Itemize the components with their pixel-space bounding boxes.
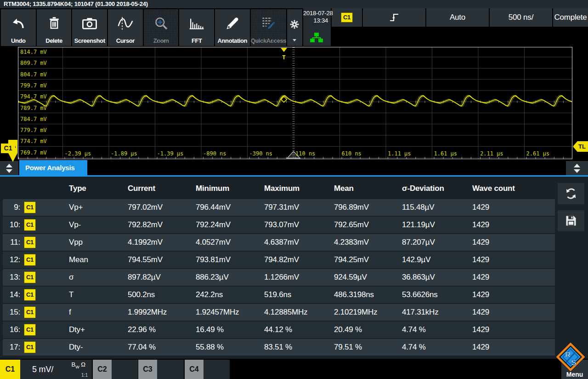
trigger-time-marker[interactable]: T xyxy=(280,48,288,60)
reset-statistics-button[interactable] xyxy=(558,183,584,204)
fft-label: FFT xyxy=(192,37,202,44)
cell-wave-count: 1429 xyxy=(472,252,489,268)
col-type: Type xyxy=(69,184,86,193)
cell-sigma-deviation: 36.863µV xyxy=(402,269,435,286)
quickaccess-button[interactable]: QuickAccess xyxy=(251,9,286,46)
cell-maximum: 519.6ns xyxy=(264,287,291,303)
cell-current: 500.2ns xyxy=(128,287,155,303)
cell-type: T xyxy=(69,287,74,303)
channel-badge: C1 xyxy=(24,289,36,301)
timebase-cell[interactable]: 500 ns/ xyxy=(490,8,552,27)
cell-sigma-deviation: 53.6626ns xyxy=(402,287,438,303)
annotation-button[interactable]: Annotation xyxy=(215,9,250,46)
cell-current: 4.1992mV xyxy=(128,234,163,251)
cell-wave-count: 1429 xyxy=(472,339,489,356)
voltage-label: 799.7 mV xyxy=(20,82,47,89)
cursor-label: Cursor xyxy=(116,37,135,44)
rising-edge-icon xyxy=(388,12,400,23)
channel-badge: C1 xyxy=(24,254,36,266)
col-wavecount: Wave count xyxy=(472,184,515,193)
zoom-button[interactable]: Zoom xyxy=(144,9,179,46)
cell-sigma-deviation: 121.19µV xyxy=(402,217,435,233)
channel4-tab[interactable]: C4 xyxy=(185,360,204,379)
annotation-label: Annotation xyxy=(218,37,248,44)
time-label: 1.11 µs xyxy=(388,150,411,157)
tab-scroll-right-button[interactable] xyxy=(566,161,588,175)
time-label: -1.39 µs xyxy=(157,150,184,157)
table-row[interactable]: 9: C1 Vp+ 797.02mV 796.44mV 797.31mV 796… xyxy=(3,199,555,216)
cursor-button[interactable]: Cursor xyxy=(108,9,143,46)
trigger-source-cell[interactable]: C1 xyxy=(332,8,362,27)
trigger-marker-letter: T xyxy=(280,55,288,60)
trigger-slope-cell[interactable] xyxy=(363,8,425,27)
table-row[interactable]: 10: C1 Vp- 792.82mV 792.24mV 793.07mV 79… xyxy=(3,217,555,233)
save-icon xyxy=(565,214,577,227)
save-results-button[interactable] xyxy=(558,210,584,231)
col-maximum: Maximum xyxy=(264,184,300,193)
channel1-coupling-indicator: BW Ω xyxy=(71,361,85,369)
delete-button[interactable]: Delete xyxy=(37,9,72,46)
waveform-display-area: 814.7 mV809.7 mV804.7 mV799.7 mV794.7 mV… xyxy=(0,46,588,160)
channel3-tab[interactable]: C3 xyxy=(138,360,157,379)
settings-button[interactable] xyxy=(287,9,302,46)
waveform-trace-c1 xyxy=(18,95,572,107)
time-label: 2.11 µs xyxy=(480,150,503,157)
cursor-measure-icon xyxy=(108,9,143,37)
cell-maximum: 1.1266mV xyxy=(264,269,299,286)
channel1-settings[interactable]: 5 mV/ BW Ω 1:1 xyxy=(20,360,92,379)
channel-badge: C1 xyxy=(24,201,36,213)
cell-type: Mean xyxy=(69,252,88,268)
pencil-icon xyxy=(215,9,250,37)
arrow-up-icon xyxy=(6,164,12,167)
acquisition-state-value: Complete xyxy=(554,13,587,22)
tab-power-analysis[interactable]: Power Analysis xyxy=(19,160,87,175)
cell-maximum: 83.51 % xyxy=(264,339,292,356)
col-minimum: Minimum xyxy=(196,184,229,193)
channel3-settings[interactable] xyxy=(157,360,184,379)
trigger-mode-cell[interactable]: Auto xyxy=(426,8,489,27)
table-row[interactable]: 14: C1 T 500.2ns 242.2ns 519.6ns 486.319… xyxy=(3,287,555,303)
voltage-label: 784.7 mV xyxy=(20,116,47,122)
table-row[interactable]: 11: C1 Vpp 4.1992mV 4.0527mV 4.6387mV 4.… xyxy=(3,234,555,251)
trigger-level-marker[interactable]: TL xyxy=(573,141,588,152)
screenshot-button[interactable]: Screenshot xyxy=(72,9,107,46)
cell-current: 792.82mV xyxy=(128,217,163,233)
fft-button[interactable]: FFT xyxy=(179,9,214,46)
table-row[interactable]: 16: C1 Dty+ 22.96 % 16.49 % 44.12 % 20.4… xyxy=(3,322,555,338)
cell-mean: 792.65mV xyxy=(334,217,369,233)
svg-text:S: S xyxy=(571,358,576,367)
acquisition-state-cell[interactable]: Complete xyxy=(553,8,588,27)
cell-minimum: 55.88 % xyxy=(196,339,224,356)
graticule-plot[interactable]: 814.7 mV809.7 mV804.7 mV799.7 mV794.7 mV… xyxy=(18,47,572,159)
cell-sigma-deviation: 87.207µV xyxy=(402,234,435,251)
channel2-tab[interactable]: C2 xyxy=(93,360,112,379)
zoom-icon xyxy=(144,9,179,37)
table-row[interactable]: 17: C1 Dty- 77.04 % 55.88 % 83.51 % 79.5… xyxy=(3,339,555,356)
waveform-svg xyxy=(18,47,572,159)
toolbar: Undo Delete Screenshot Cursor Zoom xyxy=(0,8,302,46)
cell-minimum: 242.2ns xyxy=(196,287,223,303)
tab-scroll-left-button[interactable] xyxy=(0,161,18,175)
voltage-label: 789.7 mV xyxy=(20,105,47,111)
undo-button[interactable]: Undo xyxy=(1,9,36,46)
zoom-label: Zoom xyxy=(153,37,169,44)
time-label: 610 ns xyxy=(342,150,362,157)
cell-type: Vp+ xyxy=(69,199,83,216)
channel-badge: C1 xyxy=(24,271,36,283)
table-row[interactable]: 13: C1 σ 897.82µV 886.23µV 1.1266mV 924.… xyxy=(3,269,555,286)
voltage-label: 779.7 mV xyxy=(20,127,47,133)
cell-sigma-deviation: 4.74 % xyxy=(402,339,426,356)
channel1-probe-ratio: 1:1 xyxy=(81,373,88,378)
channel4-settings[interactable] xyxy=(204,360,230,379)
acquisition-status-bar: C1 Auto 500 ns/ Complete 2018-07-28 13:3… xyxy=(303,8,588,46)
channel1-tab[interactable]: C1 xyxy=(0,360,20,379)
time-label: 110 ns xyxy=(295,150,315,157)
cell-maximum: 794.82mV xyxy=(264,252,299,268)
table-row[interactable]: 15: C1 f 1.9992MHz 1.92457MHz 4.12885MHz… xyxy=(3,304,555,321)
datetime-cell[interactable]: 2018-07-28 13:34 xyxy=(303,8,331,46)
cell-wave-count: 1429 xyxy=(472,287,489,303)
channel2-settings[interactable] xyxy=(112,360,138,379)
cell-type: Dty+ xyxy=(69,322,85,338)
table-row[interactable]: 12: C1 Mean 794.55mV 793.81mV 794.82mV 7… xyxy=(3,252,555,268)
cell-minimum: 4.0527mV xyxy=(196,234,231,251)
